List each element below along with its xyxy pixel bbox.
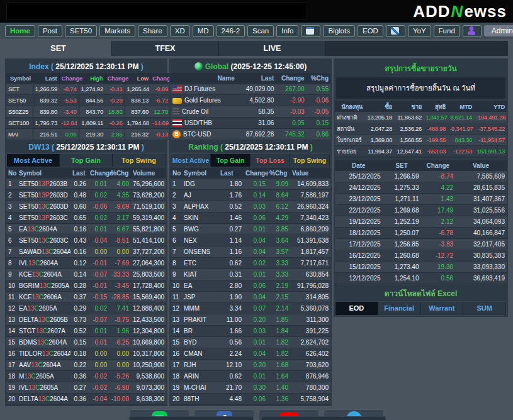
dw13-symbol[interactable]: IVL13C2604A — [17, 258, 70, 269]
dw13-column-header: Volume — [131, 168, 166, 179]
nav-item[interactable]: Share — [138, 25, 167, 37]
dw13-symbol[interactable]: SET5013P2603C — [17, 213, 70, 224]
dw13-symbol[interactable]: SET5013C2603C — [17, 235, 70, 246]
index-symbol[interactable]: S50Z25 — [6, 106, 33, 118]
dw13-volume: 9,538,600 — [131, 371, 166, 382]
dw13-symbol[interactable]: M13C2605A — [17, 371, 70, 382]
dw13-symbol[interactable]: BGRIM13C2605A — [17, 280, 70, 292]
ranking-symbol[interactable]: M-CHAI — [182, 382, 218, 394]
index-symbol[interactable]: SET50 — [6, 95, 33, 106]
nav-item[interactable]: Home — [5, 25, 35, 37]
nav-item[interactable]: YoY — [408, 25, 431, 37]
daily-date[interactable]: 17/12/2025 — [335, 239, 383, 250]
ranking-symbol[interactable]: BYD — [182, 337, 218, 348]
nav-item[interactable] — [386, 25, 405, 37]
ranking-symbol[interactable]: IDG — [182, 179, 218, 190]
index-symbol[interactable]: SET — [6, 84, 33, 95]
dw13-symbol[interactable]: SET5013C2603D — [17, 201, 70, 213]
global-name-cell[interactable]: Crude Oil — [171, 106, 237, 118]
daily-date[interactable]: 25/12/2025 — [335, 171, 383, 182]
nav-item[interactable] — [463, 25, 482, 37]
daily-date[interactable]: 19/12/2025 — [335, 216, 383, 228]
nav-item[interactable]: Info — [276, 25, 298, 37]
main-tab[interactable]: LIVE — [219, 41, 326, 56]
ranking-tab[interactable]: Top Swing — [290, 154, 330, 167]
daily-date[interactable]: 24/12/2025 — [335, 182, 383, 194]
ranking-tab[interactable]: Top Gain — [211, 154, 251, 167]
admin-button[interactable]: Admin — [484, 25, 513, 36]
dw13-symbol[interactable]: KCE13C2606A — [17, 292, 70, 303]
dw13-tab[interactable]: Top Swing — [113, 154, 166, 167]
nav-item[interactable]: Post — [38, 25, 62, 37]
dw13-tab[interactable]: Most Active — [7, 154, 60, 167]
ranking-symbol[interactable]: ALPHAX — [182, 201, 218, 213]
nav-item[interactable]: SET50 — [65, 25, 97, 37]
dw13-tab[interactable]: Top Gain — [60, 154, 113, 167]
nav-item[interactable]: Fund — [434, 25, 460, 37]
ranking-symbol[interactable]: AJ — [182, 190, 218, 201]
ranking-symbol[interactable]: BWG — [182, 224, 218, 235]
ranking-tab[interactable]: Most Active — [171, 154, 211, 167]
dw13-symbol[interactable]: SAWAD13C2604A — [17, 246, 70, 258]
main-tab[interactable]: TFEX — [112, 41, 219, 56]
daily-table: DateSETChangeValue 25/12/2025 1,266.59 -… — [335, 160, 507, 284]
ranking-symbol[interactable]: 88TH — [182, 394, 218, 405]
nav-item[interactable]: Scan — [247, 25, 274, 37]
excel-button[interactable]: EOD — [335, 302, 378, 315]
ranking-symbol[interactable]: KIAT — [182, 269, 218, 280]
global-name-cell[interactable]: USD/THB — [171, 118, 237, 129]
daily-date[interactable]: 15/12/2025 — [335, 262, 383, 273]
dw13-symbol[interactable]: EA13C2604A — [17, 224, 70, 235]
nav-item[interactable]: EOD — [358, 25, 383, 37]
global-name-cell[interactable]: Gold Futures — [171, 95, 237, 106]
global-name-cell[interactable]: BTC-USD — [171, 129, 237, 140]
ranking-symbol[interactable]: ARIN — [182, 371, 218, 382]
nav-item[interactable] — [301, 25, 320, 37]
nav-item[interactable]: MD — [193, 25, 214, 37]
global-column-header: Change — [276, 73, 306, 84]
dw13-symbol[interactable]: KCE13C2604A — [17, 269, 70, 280]
daily-date[interactable]: 22/12/2025 — [335, 205, 383, 216]
nav-item[interactable]: Biglots — [323, 25, 355, 37]
dw13-symbol[interactable]: IVL13C2605A — [17, 382, 70, 394]
dw13-symbol[interactable]: TIDLOR13C2604A — [17, 348, 70, 360]
ranking-symbol[interactable]: ETC — [182, 258, 218, 269]
nav-item[interactable]: Markets — [99, 25, 135, 37]
dw13-symbol[interactable]: SET5013P2603B — [17, 179, 70, 190]
ranking-value: 876,946 — [290, 371, 330, 382]
nav-item[interactable]: 246-2 — [217, 25, 245, 37]
index-low-change: -14.69 — [150, 118, 170, 129]
ranking-symbol[interactable]: SKIN — [182, 213, 218, 224]
ranking-symbol[interactable]: PRAKIT — [182, 314, 218, 326]
daily-date[interactable]: 12/12/2025 — [335, 273, 383, 284]
ranking-symbol[interactable]: NEX — [182, 235, 218, 246]
ranking-symbol[interactable]: EA — [182, 280, 218, 292]
dw13-symbol[interactable]: AAV13C2604A — [17, 360, 70, 371]
main-tab[interactable]: SET — [5, 41, 112, 56]
ranking-last: 0.62 — [218, 371, 244, 382]
dw13-symbol[interactable]: STGT13C2607A — [17, 326, 70, 337]
excel-button[interactable]: Financial — [378, 302, 421, 315]
ranking-tab[interactable]: Top Loss — [251, 154, 290, 167]
dw13-symbol[interactable]: EA13C2605A — [17, 303, 70, 314]
global-name-cell[interactable]: DJ Futures — [171, 84, 237, 95]
excel-button[interactable]: SUM — [463, 302, 506, 315]
dw13-pct-change: -10.00 — [109, 394, 131, 405]
ranking-symbol[interactable]: ONSENS — [182, 246, 218, 258]
ranking-symbol[interactable]: BR — [182, 326, 218, 337]
dw13-symbol[interactable]: DELTA13C2605B — [17, 314, 70, 326]
daily-date[interactable]: 23/12/2025 — [335, 194, 383, 205]
ranking-symbol[interactable]: JSP — [182, 292, 218, 303]
ranking-symbol[interactable]: MMM — [182, 303, 218, 314]
ranking-symbol[interactable]: CMAN — [182, 348, 218, 360]
daily-date[interactable]: 18/12/2025 — [335, 228, 383, 239]
nav-item[interactable]: XD — [170, 25, 190, 37]
index-symbol[interactable]: SET100 — [6, 118, 33, 129]
dw13-symbol[interactable]: SET5013P2603D — [17, 190, 70, 201]
daily-date[interactable]: 16/12/2025 — [335, 250, 383, 262]
excel-button[interactable]: Warrant — [421, 302, 464, 315]
dw13-symbol[interactable]: DELTA13C2604A — [17, 394, 70, 405]
ranking-symbol[interactable]: RJH — [182, 360, 218, 371]
dw13-symbol[interactable]: BDMS13C2604A — [17, 337, 70, 348]
index-symbol[interactable]: MAI — [6, 129, 33, 140]
